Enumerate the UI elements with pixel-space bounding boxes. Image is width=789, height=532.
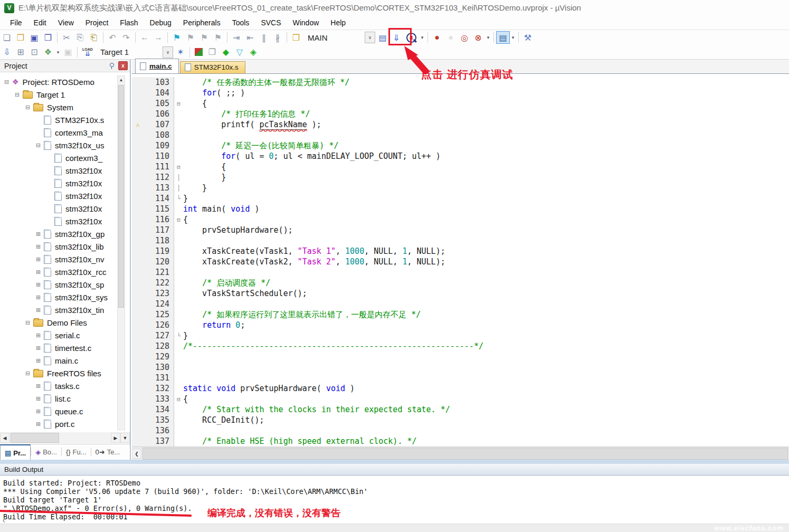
- tree-item-serial-c[interactable]: ⊞serial.c: [0, 329, 114, 341]
- line-number[interactable]: 108: [144, 130, 174, 140]
- tree-item-main-c[interactable]: ⊞main.c: [0, 354, 114, 367]
- build-output-content[interactable]: ❮ Build started: Project: RTOSDemo*** Us…: [0, 476, 789, 524]
- line-number[interactable]: 110: [144, 151, 174, 162]
- line-number[interactable]: 132: [144, 383, 174, 394]
- line-number[interactable]: 105: [144, 98, 174, 109]
- line-number[interactable]: 104: [144, 88, 174, 98]
- panel-tab-project[interactable]: ▤Pr...: [0, 444, 31, 461]
- build-icon[interactable]: ⊞: [14, 46, 27, 59]
- menu-help[interactable]: Help: [325, 17, 351, 28]
- dropdown-caret-icon[interactable]: ▾: [510, 31, 516, 44]
- project-tree-vertical-scrollbar[interactable]: ▲: [117, 75, 125, 430]
- collapse-icon[interactable]: ⊟: [3, 79, 10, 86]
- menu-file[interactable]: File: [4, 17, 28, 28]
- line-number[interactable]: 137: [144, 436, 174, 446]
- scroll-right-arrow-icon[interactable]: ▶: [111, 433, 120, 443]
- line-number[interactable]: 115: [144, 204, 174, 214]
- expand-icon[interactable]: ⊞: [35, 357, 42, 364]
- line-number[interactable]: 117: [144, 225, 174, 235]
- line-number[interactable]: 125: [144, 309, 174, 320]
- save-all-icon[interactable]: ❒: [41, 31, 55, 44]
- line-number[interactable]: 124: [144, 299, 174, 309]
- expand-icon[interactable]: ⊞: [35, 395, 42, 402]
- navigate-back-icon[interactable]: ←: [138, 31, 151, 44]
- current-function-combobox[interactable]: MAIN∨: [303, 31, 376, 44]
- navigate-forward-icon[interactable]: →: [151, 31, 165, 44]
- collapse-icon[interactable]: ⊟: [35, 142, 42, 149]
- tree-item-stm32f10x-sys[interactable]: ⊞stm32f10x_sys: [0, 291, 114, 303]
- tree-item-project-rtosdemo[interactable]: ⊟❖Project: RTOSDemo: [0, 75, 114, 88]
- scroll-up-arrow-icon[interactable]: ▲: [118, 76, 125, 84]
- tree-item-port-c[interactable]: ⊞port.c: [0, 417, 114, 430]
- pin-icon[interactable]: [108, 62, 115, 70]
- copy-icon[interactable]: ⎘: [73, 31, 87, 44]
- lookup-symbols-icon[interactable]: ▤: [376, 31, 389, 44]
- scroll-thumb[interactable]: [118, 85, 124, 308]
- indent-icon[interactable]: ⇥: [230, 31, 243, 44]
- scroll-down-arrow-icon[interactable]: ▼: [120, 433, 130, 443]
- next-bookmark-icon[interactable]: ⚑: [197, 31, 211, 44]
- collapse-icon[interactable]: ⊟: [24, 319, 31, 326]
- stop-build-icon[interactable]: ▣: [61, 46, 75, 59]
- tree-item-stm32f10x-rcc[interactable]: ⊞stm32f10x_rcc: [0, 265, 114, 278]
- line-number[interactable]: 131: [144, 373, 174, 383]
- open-folder-icon[interactable]: ❒: [14, 31, 27, 44]
- comment-selection-icon[interactable]: ∥: [257, 31, 271, 44]
- line-number[interactable]: 103: [144, 77, 174, 88]
- tree-item-stm32f10x-nv[interactable]: ⊞stm32f10x_nv: [0, 253, 114, 265]
- line-number[interactable]: 130: [144, 362, 174, 373]
- line-number[interactable]: 120: [144, 256, 174, 267]
- fold-marker-icon[interactable]: │: [174, 174, 183, 181]
- windows-layout-icon[interactable]: ▤: [496, 31, 510, 44]
- redo-icon[interactable]: ↷: [119, 31, 133, 44]
- line-number[interactable]: 123: [144, 288, 174, 299]
- chevron-down-icon[interactable]: ∨: [365, 32, 375, 43]
- tree-item-stm32f10x[interactable]: stm32f10x: [0, 164, 114, 177]
- insert-breakpoint-icon[interactable]: ●: [430, 31, 444, 44]
- menu-window[interactable]: Window: [287, 17, 325, 28]
- paste-icon[interactable]: ⎗: [87, 31, 101, 44]
- line-number[interactable]: 111: [144, 162, 174, 172]
- software-packs-icon[interactable]: ◈: [246, 46, 260, 59]
- line-number[interactable]: 114: [144, 193, 174, 204]
- tree-item-stm32f10x-tin[interactable]: ⊞stm32f10x_tin: [0, 303, 114, 316]
- disable-all-breakpoints-icon[interactable]: ◎: [458, 31, 471, 44]
- close-icon[interactable]: x: [118, 61, 128, 70]
- tree-item-stm32f10x-us[interactable]: ⊟stm32f10x_us: [0, 139, 114, 151]
- panel-tab-books[interactable]: ◈Bo...: [31, 444, 61, 460]
- scroll-left-arrow-icon[interactable]: ❮: [132, 449, 141, 459]
- rebuild-icon[interactable]: ⊡: [27, 46, 41, 59]
- scroll-thumb[interactable]: [142, 448, 788, 460]
- tree-item-tasks-c[interactable]: ⊞tasks.c: [0, 379, 114, 392]
- expand-icon[interactable]: ⊞: [35, 383, 42, 390]
- line-number[interactable]: 112: [144, 172, 174, 183]
- tree-item-stm32f10x-lib[interactable]: ⊞stm32f10x_lib: [0, 240, 114, 253]
- tree-item-stm32f10x[interactable]: stm32f10x: [0, 189, 114, 202]
- fold-marker-icon[interactable]: ⊟: [174, 396, 183, 403]
- collapse-icon[interactable]: ⊟: [24, 370, 31, 377]
- dropdown-caret-icon[interactable]: ▾: [419, 31, 425, 44]
- menu-flash[interactable]: Flash: [114, 17, 144, 28]
- scroll-thumb[interactable]: [11, 433, 59, 443]
- line-number[interactable]: 122: [144, 278, 174, 288]
- uncomment-selection-icon[interactable]: ∦: [271, 31, 284, 44]
- line-number[interactable]: 113: [144, 183, 174, 193]
- expand-icon[interactable]: ⊞: [35, 294, 42, 301]
- fold-marker-icon[interactable]: │: [174, 185, 183, 192]
- tree-item-target-1[interactable]: ⊟Target 1: [0, 88, 114, 101]
- tree-item-stm32f10x[interactable]: stm32f10x: [0, 215, 114, 227]
- chevron-down-icon[interactable]: ∨: [163, 46, 173, 58]
- expand-icon[interactable]: ⊞: [35, 281, 42, 288]
- cut-icon[interactable]: ✂: [60, 31, 73, 44]
- editor-tab-stm32f10x-s[interactable]: STM32F10x.s: [180, 61, 245, 73]
- target-combobox[interactable]: Target 1∨: [96, 46, 174, 59]
- line-number[interactable]: 118: [144, 235, 174, 246]
- tree-item-demo-files[interactable]: ⊟Demo Files: [0, 316, 114, 329]
- menu-svcs[interactable]: SVCS: [255, 17, 287, 28]
- expand-icon[interactable]: ⊞: [35, 332, 42, 339]
- fold-marker-icon[interactable]: ⊟: [174, 164, 183, 170]
- line-number[interactable]: 121: [144, 267, 174, 278]
- panel-tab-functions[interactable]: {}Fu...: [62, 444, 91, 460]
- build-output-header[interactable]: Build Output: [0, 464, 789, 476]
- expand-icon[interactable]: ⊞: [35, 256, 42, 263]
